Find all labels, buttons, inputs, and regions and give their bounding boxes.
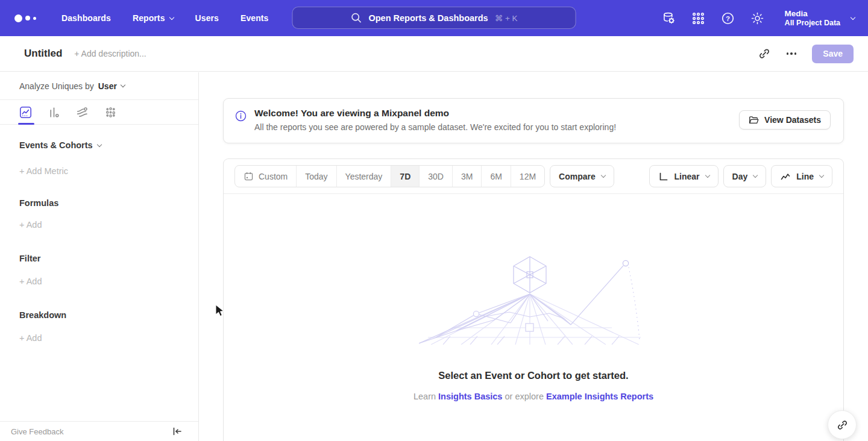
tab-scatter-icon[interactable] — [104, 106, 117, 119]
calendar-icon — [244, 171, 254, 181]
chevron-down-icon — [753, 173, 758, 178]
add-filter-button[interactable]: + Add — [19, 277, 179, 286]
apps-grid-icon[interactable] — [691, 11, 706, 25]
search-shortcut: ⌘ + K — [495, 13, 518, 23]
copy-link-icon[interactable] — [758, 47, 771, 60]
add-breakdown-button[interactable]: + Add — [19, 333, 179, 343]
collapse-sidebar-icon[interactable] — [172, 426, 183, 437]
report-header: Untitled + Add description... Save — [0, 36, 868, 72]
search-placeholder: Open Reports & Dashboards — [368, 13, 488, 23]
share-link-fab[interactable] — [828, 410, 857, 439]
give-feedback-link[interactable]: Give Feedback — [11, 427, 63, 436]
main-content: Welcome! You are viewing a Mixpanel demo… — [199, 72, 868, 441]
chart-type-dropdown[interactable]: Line — [771, 165, 832, 187]
tab-flow-icon[interactable] — [76, 106, 89, 119]
view-datasets-button[interactable]: View Datasets — [739, 110, 831, 130]
demo-welcome-banner: Welcome! You are viewing a Mixpanel demo… — [223, 98, 844, 143]
analyze-uniques-label: Analyze Uniques by — [19, 81, 94, 91]
section-breakdown: Breakdown — [19, 310, 179, 320]
active-tab-indicator — [18, 123, 34, 125]
analyze-by-dropdown[interactable]: User — [98, 81, 125, 91]
section-filter: Filter — [19, 254, 179, 263]
chevron-down-icon — [169, 14, 174, 19]
empty-state-links: Learn Insights Basics or explore Example… — [414, 392, 653, 401]
date-range-7d[interactable]: 7D — [391, 166, 420, 187]
add-metric-button[interactable]: + Add Metric — [19, 166, 179, 176]
date-range-6m[interactable]: 6M — [482, 166, 511, 187]
date-range-segmented-control: Custom Today Yesterday 7D 30D 3M 6M 12M — [234, 165, 545, 187]
info-icon — [235, 110, 247, 122]
project-name: Media — [785, 8, 840, 19]
search-icon — [350, 12, 362, 23]
settings-gear-icon[interactable] — [750, 11, 765, 25]
chevron-down-icon — [819, 173, 824, 178]
banner-body: All the reports you see are powered by a… — [254, 122, 616, 132]
link-icon — [837, 419, 848, 431]
project-scope: All Project Data — [785, 19, 840, 28]
date-range-today[interactable]: Today — [297, 166, 336, 187]
empty-chart-area: Select an Event or Cohort to get started… — [224, 194, 843, 441]
date-range-30d[interactable]: 30D — [420, 166, 453, 187]
nav-users[interactable]: Users — [195, 13, 219, 23]
primary-nav: Dashboards Reports Users Events — [61, 13, 268, 23]
axes-icon — [658, 171, 669, 182]
line-chart-icon — [780, 171, 791, 182]
mixpanel-logo-icon[interactable] — [14, 14, 46, 22]
data-management-icon[interactable] — [662, 11, 676, 25]
query-builder-sidebar: Analyze Uniques by User — [0, 72, 199, 441]
more-menu-icon[interactable] — [784, 50, 799, 57]
scale-dropdown[interactable]: Linear — [649, 165, 719, 187]
add-formula-button[interactable]: + Add — [19, 220, 179, 230]
empty-state-illustration — [419, 254, 648, 345]
banner-title: Welcome! You are viewing a Mixpanel demo — [254, 108, 616, 119]
project-switcher[interactable]: Media All Project Data — [785, 8, 855, 28]
chevron-down-icon — [601, 173, 606, 178]
learn-prefix: Learn — [414, 392, 438, 401]
compare-dropdown[interactable]: Compare — [550, 165, 614, 187]
chevron-down-icon — [851, 14, 855, 19]
svg-text:?: ? — [726, 14, 730, 22]
report-title[interactable]: Untitled — [24, 48, 62, 60]
example-insights-reports-link[interactable]: Example Insights Reports — [546, 392, 653, 401]
nav-reports[interactable]: Reports — [133, 13, 174, 23]
date-range-12m[interactable]: 12M — [511, 166, 544, 187]
section-formulas: Formulas — [19, 198, 179, 208]
tab-insights-line-icon[interactable] — [19, 106, 32, 119]
folder-icon — [749, 115, 759, 125]
nav-dashboards[interactable]: Dashboards — [61, 13, 111, 23]
links-middle-text: or explore — [502, 392, 546, 401]
chevron-down-icon — [121, 83, 125, 87]
search-input[interactable]: Open Reports & Dashboards ⌘ + K — [292, 7, 576, 29]
tab-bar-chart-icon[interactable] — [48, 106, 60, 119]
nav-events[interactable]: Events — [241, 13, 269, 23]
save-button[interactable]: Save — [812, 45, 854, 63]
visualization-tabs — [0, 100, 198, 125]
help-icon[interactable]: ? — [721, 11, 735, 25]
add-description-field[interactable]: + Add description... — [74, 49, 146, 58]
chevron-down-icon — [96, 142, 101, 146]
top-navigation-bar: Dashboards Reports Users Events Open Rep… — [0, 0, 868, 36]
date-range-custom[interactable]: Custom — [235, 166, 297, 187]
chevron-down-icon — [705, 173, 709, 178]
date-range-yesterday[interactable]: Yesterday — [337, 166, 392, 187]
insights-basics-link[interactable]: Insights Basics — [438, 392, 502, 401]
section-events-cohorts[interactable]: Events & Cohorts — [19, 140, 179, 150]
insights-report-card: Custom Today Yesterday 7D 30D 3M 6M 12M … — [223, 158, 844, 441]
chart-controls-row: Custom Today Yesterday 7D 30D 3M 6M 12M … — [224, 159, 843, 194]
interval-dropdown[interactable]: Day — [723, 165, 767, 187]
date-range-3m[interactable]: 3M — [453, 166, 482, 187]
empty-state-title: Select an Event or Cohort to get started… — [438, 370, 628, 381]
